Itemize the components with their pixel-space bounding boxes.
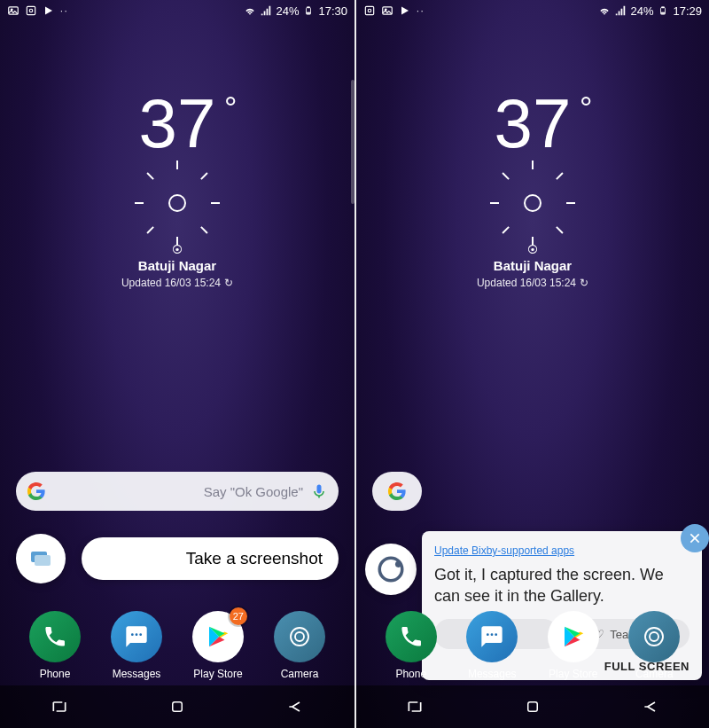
card-icon xyxy=(29,550,52,568)
svg-point-28 xyxy=(650,632,658,641)
clock-text: 17:29 xyxy=(673,4,702,18)
back-button[interactable] xyxy=(640,696,661,717)
recents-button[interactable] xyxy=(49,696,70,717)
close-icon xyxy=(688,531,702,545)
wifi-icon xyxy=(244,4,256,17)
updated-time: Updated 16/03 15:24↻ xyxy=(356,277,709,289)
google-search-bar[interactable] xyxy=(372,472,422,511)
recents-button[interactable] xyxy=(404,696,425,717)
google-logo-icon xyxy=(387,481,407,501)
svg-point-10 xyxy=(136,633,138,636)
temperature: 37° xyxy=(139,83,216,164)
wifi-icon xyxy=(598,4,611,17)
camera-icon xyxy=(641,623,667,650)
messages-icon xyxy=(124,624,149,649)
app-phone[interactable]: Phone xyxy=(21,611,89,680)
weather-widget[interactable]: 37° ⦿ Batuji Nagar Updated 16/03 15:24↻ xyxy=(0,83,354,289)
svg-point-3 xyxy=(29,9,33,12)
temperature: 37° xyxy=(495,83,572,164)
app-play-store[interactable]: Play Store xyxy=(540,611,607,680)
svg-rect-5 xyxy=(308,7,310,8)
svg-rect-21 xyxy=(662,12,665,13)
phone-screen-right: ·· 24% 17:29 37° ⦿ Batuji Nagar Updated … xyxy=(354,0,709,728)
navigation-bar xyxy=(356,685,709,728)
sun-icon xyxy=(510,180,556,226)
weather-widget[interactable]: 37° ⦿ Batuji Nagar Updated 16/03 15:24↻ xyxy=(356,83,709,289)
back-button[interactable] xyxy=(284,696,306,717)
google-search-bar[interactable]: Say "Ok Google" xyxy=(16,472,339,511)
search-placeholder: Say "Ok Google" xyxy=(204,484,303,499)
svg-point-9 xyxy=(131,633,134,636)
svg-point-25 xyxy=(491,633,494,636)
location: Batuji Nagar xyxy=(0,258,354,273)
updated-time: Updated 16/03 15:24↻ xyxy=(0,277,354,289)
update-bixby-link[interactable]: Update Bixby-supported apps xyxy=(434,544,574,557)
app-phone[interactable]: Phone xyxy=(378,611,445,680)
bixby-icon xyxy=(376,554,406,584)
refresh-icon: ↻ xyxy=(580,277,588,289)
svg-rect-2 xyxy=(27,6,35,14)
play-icon xyxy=(43,4,55,17)
phone-icon xyxy=(399,624,424,649)
app-dock: Phone Messages Play Store Camera xyxy=(356,611,709,680)
camera-icon xyxy=(286,623,313,650)
messages-icon xyxy=(479,624,504,649)
app-camera[interactable]: Camera xyxy=(620,611,688,680)
app-messages[interactable]: Messages xyxy=(103,611,170,680)
more-icon: ·· xyxy=(60,6,69,16)
mic-icon[interactable] xyxy=(310,482,328,500)
svg-point-11 xyxy=(139,633,142,636)
home-button[interactable] xyxy=(522,696,543,717)
phone-icon xyxy=(43,624,67,649)
location: Batuji Nagar xyxy=(356,258,709,273)
svg-point-27 xyxy=(645,628,663,646)
svg-rect-14 xyxy=(173,702,183,712)
image-icon xyxy=(7,4,19,17)
app-camera[interactable]: Camera xyxy=(266,611,333,680)
signal-icon xyxy=(614,4,627,17)
statusbar: ·· 24% 17:30 xyxy=(0,0,354,21)
screenshot-icon xyxy=(25,4,37,17)
play-store-icon xyxy=(560,623,587,650)
svg-point-26 xyxy=(495,633,498,636)
svg-point-16 xyxy=(368,9,371,12)
play-icon xyxy=(399,4,411,17)
notification-badge: 27 xyxy=(230,607,247,625)
svg-rect-15 xyxy=(365,6,373,14)
svg-point-24 xyxy=(487,633,489,636)
app-play-store[interactable]: 27 Play Store xyxy=(184,611,252,680)
svg-rect-20 xyxy=(662,7,665,8)
location-pin-icon: ⦿ xyxy=(173,246,182,254)
statusbar: ·· 24% 17:29 xyxy=(356,0,709,21)
signal-icon xyxy=(260,4,272,17)
clock-text: 17:30 xyxy=(318,4,347,18)
svg-rect-6 xyxy=(308,12,310,13)
more-icon: ·· xyxy=(417,6,425,16)
screenshot-icon xyxy=(363,4,376,17)
app-messages[interactable]: Messages xyxy=(458,611,526,680)
bixby-message: Got it, I captured the screen. We can se… xyxy=(434,565,690,607)
svg-rect-8 xyxy=(35,555,51,566)
phone-screen-left: ·· 24% 17:30 37° ⦿ Batuji Nagar Updated … xyxy=(0,0,354,728)
refresh-icon: ↻ xyxy=(224,277,233,289)
svg-point-13 xyxy=(295,632,304,641)
image-icon xyxy=(381,4,393,17)
svg-point-23 xyxy=(395,561,401,568)
app-dock: Phone Messages 27 Play Store Camera xyxy=(0,611,354,680)
voice-assistant-bubble[interactable] xyxy=(16,534,66,583)
google-logo-icon xyxy=(27,481,46,501)
close-button[interactable] xyxy=(681,524,709,552)
battery-text: 24% xyxy=(276,4,299,18)
svg-rect-29 xyxy=(528,702,538,712)
battery-icon xyxy=(657,4,669,17)
sun-icon xyxy=(154,180,200,226)
navigation-bar xyxy=(0,685,354,728)
location-pin-icon: ⦿ xyxy=(528,246,537,254)
voice-command-text: Take a screenshot xyxy=(82,537,339,580)
svg-point-12 xyxy=(291,628,308,646)
bixby-logo[interactable] xyxy=(365,544,417,595)
battery-icon xyxy=(302,4,315,17)
battery-text: 24% xyxy=(630,4,653,18)
home-button[interactable] xyxy=(167,696,188,717)
play-store-icon xyxy=(205,623,231,650)
